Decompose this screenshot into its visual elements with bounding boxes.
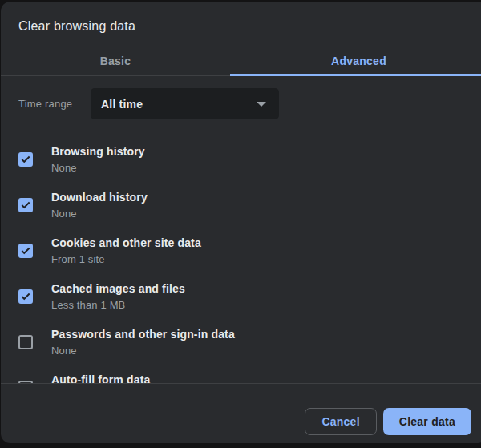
check-icon [20, 291, 31, 302]
check-icon [20, 200, 31, 211]
tab-advanced[interactable]: Advanced [230, 46, 481, 75]
row-label: Browsing history [51, 144, 145, 159]
passwords-checkbox[interactable] [18, 335, 33, 349]
cached-images-checkbox[interactable] [18, 289, 33, 304]
dialog-footer: Cancel Clear data [1, 383, 481, 443]
cookies-checkbox[interactable] [18, 244, 33, 258]
dialog-header: Clear browsing data [1, 2, 481, 35]
time-range-select[interactable]: All time [91, 88, 279, 119]
row-sublabel: None [51, 207, 148, 220]
row-sublabel: From 1 site [51, 252, 201, 266]
row-label: Download history [51, 190, 148, 204]
dialog-title: Clear browsing data [18, 18, 481, 35]
row-sublabel: None [51, 344, 235, 357]
row-autofill-form-data[interactable]: Auto-fill form data [1, 365, 481, 383]
row-label: Auto-fill form data [51, 373, 150, 384]
row-browsing-history[interactable]: Browsing history None [1, 136, 481, 182]
tab-bar: Basic Advanced [1, 46, 481, 76]
dialog-content: Time range All time Browsing history Non… [1, 76, 481, 383]
row-cookies-site-data[interactable]: Cookies and other site data From 1 site [1, 228, 481, 273]
cancel-button[interactable]: Cancel [305, 408, 376, 435]
time-range-selected-value: All time [101, 98, 143, 111]
time-range-label: Time range [18, 98, 91, 110]
dropdown-arrow-icon [257, 102, 266, 107]
download-history-checkbox[interactable] [18, 198, 33, 212]
browsing-history-checkbox[interactable] [18, 152, 33, 167]
row-download-history[interactable]: Download history None [1, 182, 481, 228]
time-range-row: Time range All time [18, 88, 481, 119]
row-cached-images-files[interactable]: Cached images and files Less than 1 MB [1, 273, 481, 319]
row-passwords-sign-in[interactable]: Passwords and other sign-in data None [1, 319, 481, 365]
check-icon [20, 245, 31, 256]
data-type-list: Browsing history None Download history N… [1, 136, 481, 383]
row-label: Cookies and other site data [51, 236, 201, 250]
clear-browsing-data-dialog: Clear browsing data Basic Advanced Time … [1, 2, 481, 443]
row-label: Passwords and other sign-in data [51, 327, 235, 341]
row-sublabel: None [51, 161, 145, 175]
row-label: Cached images and files [51, 281, 185, 296]
clear-data-button[interactable]: Clear data [383, 408, 471, 435]
row-sublabel: Less than 1 MB [51, 298, 185, 312]
tab-basic[interactable]: Basic [1, 46, 230, 75]
check-icon [20, 154, 31, 165]
